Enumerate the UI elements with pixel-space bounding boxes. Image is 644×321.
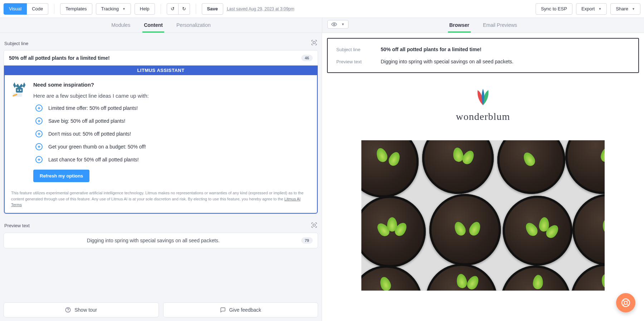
preview-text-input[interactable] [9,238,298,243]
subject-card: 46 LITMUS ASSISTANT Ne [4,50,318,214]
tab-modules[interactable]: Modules [110,19,132,33]
editor-pane: Subject line 46 LITMUS ASSISTANT [0,33,322,321]
editor-footer: Show tour Give feedback [4,302,318,317]
assistant-title: Need some inspiration? [33,82,311,88]
give-feedback-label: Give feedback [229,307,262,313]
preview-text-card: 79 [4,233,318,248]
show-tour-button[interactable]: Show tour [4,302,159,317]
browser-preview-pane: Subject line 50% off all potted plants f… [322,33,644,321]
tab-content[interactable]: Content [142,19,164,33]
suggestion-item: + Last chance for 50% off all potted pla… [35,156,311,163]
assistant-avatar-icon [11,82,28,98]
chevron-down-icon: ▼ [341,23,345,26]
add-suggestion-button[interactable]: + [35,143,43,150]
help-bubble-button[interactable] [616,293,635,312]
redo-icon: ↻ [182,6,186,12]
add-suggestion-button[interactable]: + [35,117,43,125]
preview-text-header: Preview text [4,222,318,233]
secondary-tabs-row: Modules Content Personalization ▼ Browse… [0,18,644,33]
assistant-banner: LITMUS ASSISTANT [5,65,317,75]
preview-subject-value: 50% off all potted plants for a limited … [381,47,482,52]
visual-tab-button[interactable]: Visual [4,3,27,15]
templates-button[interactable]: Templates [60,3,92,15]
chat-icon [220,307,226,313]
suggestion-item: + Don't miss out: 50% off potted plants! [35,130,311,137]
add-suggestion-button[interactable]: + [35,104,43,112]
preview-subject-label: Subject line [336,47,372,52]
export-dropdown[interactable]: Export ▼ [576,3,607,15]
preview-text-section: Preview text 79 [4,222,318,248]
main-split: Subject line 46 LITMUS ASSISTANT [0,33,644,321]
undo-icon: ↺ [171,6,175,12]
tracking-dropdown[interactable]: Tracking ▼ [96,3,131,15]
history-group: ↺ ↻ [167,3,190,15]
preview-visibility-dropdown[interactable]: ▼ [327,20,348,29]
tab-personalization[interactable]: Personalization [175,19,212,33]
svg-rect-7 [313,224,315,226]
give-feedback-button[interactable]: Give feedback [163,302,318,317]
ai-expand-icon[interactable] [311,222,317,230]
brand-logo: wonderblum [456,87,510,122]
subject-label: Subject line [4,41,28,46]
chevron-down-icon: ▼ [632,6,635,12]
preview-text-row: Preview text Digging into spring with sp… [336,59,630,64]
subject-char-count: 46 [301,55,313,61]
hero-image [361,140,605,291]
svg-point-4 [20,89,21,91]
eye-icon [331,22,337,26]
editor-tabs: Modules Content Personalization [0,18,322,33]
litmus-assistant-panel: LITMUS ASSISTANT Need some inspiration? [4,65,318,214]
add-suggestion-button[interactable]: + [35,130,43,137]
svg-point-9 [68,311,68,311]
separator [161,4,161,14]
suggestion-item: + Get your green thumb on a budget: 50% … [35,143,311,150]
last-saved-text[interactable]: Last saved Aug 29, 2023 at 3:09pm [227,6,294,11]
svg-point-3 [17,89,19,91]
chevron-down-icon: ▼ [122,6,126,12]
svg-point-11 [624,301,628,305]
assistant-body: Need some inspiration? Here are a few su… [5,75,317,187]
subject-input[interactable] [9,55,298,61]
disclaimer-text: This feature utilizes experimental gener… [11,191,303,201]
tab-email-previews[interactable]: Email Previews [482,19,519,33]
separator [54,4,54,14]
code-tab-button[interactable]: Code [27,3,48,15]
preview-header-box: Subject line 50% off all potted plants f… [327,38,639,73]
separator [196,4,196,14]
preview-text-label: Preview text [4,223,30,228]
suggestion-list: + Limited time offer: 50% off potted pla… [35,104,311,163]
redo-button[interactable]: ↻ [179,3,190,15]
sync-esp-button[interactable]: Sync to ESP [536,3,572,15]
assistant-disclaimer: This feature utilizes experimental gener… [5,187,317,213]
help-circle-icon [65,307,71,313]
show-tour-label: Show tour [74,307,97,313]
ai-expand-icon[interactable] [311,39,317,47]
chevron-down-icon: ▼ [598,6,601,12]
help-button[interactable]: Help [135,3,155,15]
subject-header: Subject line [4,39,318,50]
assistant-subtitle: Here are a few subject line ideas I came… [33,93,311,99]
svg-rect-1 [313,42,315,44]
share-dropdown[interactable]: Share ▼ [610,3,640,15]
svg-rect-2 [16,88,23,92]
refresh-options-button[interactable]: Refresh my options [33,170,89,182]
share-label: Share [616,6,628,12]
suggestion-text: Limited time offer: 50% off potted plant… [48,105,138,111]
preview-previewtext-value: Digging into spring with special savings… [381,59,513,64]
preview-input-row: 79 [4,233,318,248]
svg-point-0 [333,24,335,25]
preview-tabs: ▼ Browser Email Previews [322,18,644,33]
save-button[interactable]: Save [202,3,223,15]
suggestion-item: + Limited time offer: 50% off potted pla… [35,104,311,112]
lifebuoy-icon [621,298,630,307]
email-body-preview: wonderblum [327,77,639,291]
preview-char-count: 79 [301,237,313,244]
suggestion-text: Last chance for 50% off all potted plant… [48,157,139,162]
suggestion-text: Save big: 50% off all potted plants! [48,118,125,124]
view-mode-group: Visual Code [4,3,48,15]
add-suggestion-button[interactable]: + [35,156,43,163]
preview-previewtext-label: Preview text [336,59,372,64]
topbar: Visual Code Templates Tracking ▼ Help ↺ … [0,0,644,18]
tab-browser[interactable]: Browser [448,19,471,33]
undo-button[interactable]: ↺ [167,3,179,15]
